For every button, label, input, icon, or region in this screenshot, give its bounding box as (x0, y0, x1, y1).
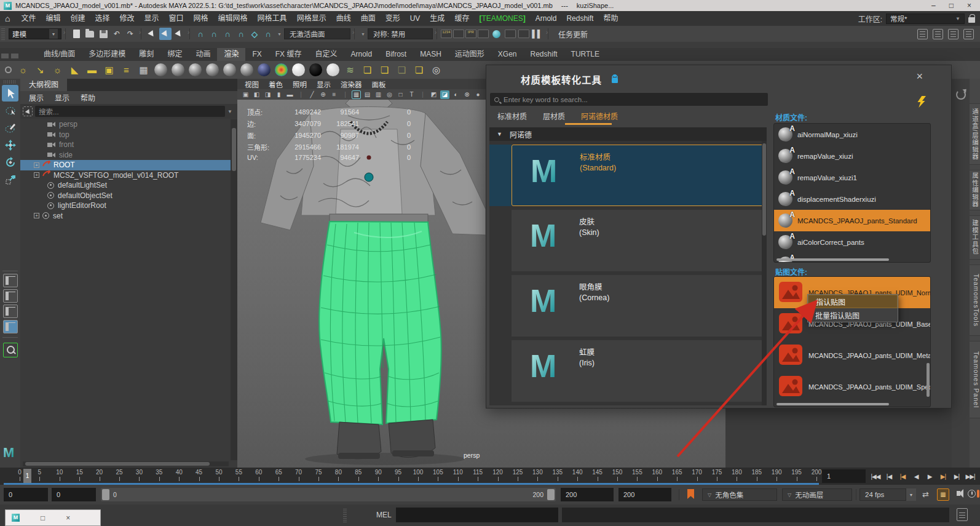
snap-to-point-button[interactable]: ∩ (221, 28, 234, 40)
menu-item-编辑网格[interactable]: 编辑网格 (213, 11, 253, 26)
texture-file-MCANDCS_JPAAOJ_pants_UDIM_Metalness[interactable]: MCANDCS_JPAAOJ_pants_UDIM_Metalness (774, 340, 930, 371)
template-item-Skin[interactable]: M皮肤(Skin) (489, 210, 767, 271)
outliner-item-MCSZ_VSFTGO_model_v014_ROOT[interactable]: +MCSZ_VSFTGO_model_v014_ROOT (20, 170, 231, 181)
layer-mute-icon[interactable]: ❏ (395, 63, 409, 77)
menu-item-网格工具[interactable]: 网格工具 (253, 11, 292, 26)
pause-viewport-button[interactable]: ▌▌ (531, 28, 543, 40)
wireframe-cube-icon[interactable]: ◩ (429, 90, 438, 99)
play-forwards-button[interactable]: ▶ (923, 469, 936, 483)
hypershade-button[interactable] (491, 28, 503, 40)
dialog-tab-层材质[interactable]: 层材质 (543, 111, 565, 121)
menu-item-曲线[interactable]: 曲线 (331, 11, 356, 26)
shelf-tab-FX 缓存[interactable]: FX 缓存 (269, 48, 309, 61)
select-hierarchy-button[interactable] (146, 28, 158, 40)
shelf-tab-Bifrost[interactable]: Bifrost (379, 48, 413, 61)
material-file-aiNormalMap_xiuzi[interactable]: AaiNormalMap_xiuzi (774, 124, 930, 145)
camera-attributes-icon[interactable]: ◨ (263, 90, 272, 99)
field-chart-icon[interactable]: □ (396, 90, 405, 99)
range-start-handle[interactable] (102, 489, 109, 500)
symmetry-field[interactable]: 对称: 禁用 (368, 28, 433, 39)
blinn-icon[interactable] (171, 63, 185, 77)
outliner-tab[interactable]: 大纲视图 (20, 79, 67, 91)
outliner-menu-显示[interactable]: 显示 (55, 92, 69, 103)
chevron-down-icon[interactable]: ▼ (906, 488, 916, 501)
dialog-tab-阿诺德材质[interactable]: 阿诺德材质 (581, 111, 618, 121)
surface-shader-icon[interactable] (291, 63, 306, 77)
render-target-icon[interactable]: ◎ (429, 63, 443, 77)
light-group-icon[interactable]: ≡ (119, 63, 133, 77)
shelf-tab-曲线/曲面[interactable]: 曲线/曲面 (37, 48, 82, 61)
shelf-options-icon[interactable] (11, 54, 18, 58)
fps-dropdown[interactable]: 24 fps (859, 488, 906, 501)
menu-item-网格[interactable]: 网格 (189, 11, 213, 26)
scale-tool[interactable] (2, 171, 18, 188)
template-item-Cornea[interactable]: M眼角膜(Cornea) (489, 275, 767, 337)
menu-item-窗口[interactable]: 窗口 (164, 11, 189, 26)
viewport-menu-显示[interactable]: 显示 (317, 79, 331, 89)
menu-item-UV[interactable]: UV (405, 11, 425, 26)
volume-light-icon[interactable]: ▣ (102, 63, 116, 77)
image-plane-icon[interactable]: ▬ (285, 90, 294, 99)
play-backwards-button[interactable]: ◀ (910, 469, 922, 483)
close-icon[interactable]: × (66, 514, 70, 522)
template-item-Iris[interactable]: M虹膜(Iris) (489, 340, 767, 402)
make-live-button[interactable]: ∩ (262, 28, 274, 40)
material-file-remapValue_xiuzi[interactable]: AremapValue_xiuzi (774, 145, 930, 167)
shelf-menu-icon[interactable] (1, 54, 9, 58)
expand-icon[interactable]: + (34, 162, 39, 168)
task-update-button[interactable]: 任务更新 (558, 29, 588, 39)
character-set-dropdown[interactable]: ▽ 无角色集 (702, 488, 777, 501)
go-to-end-button[interactable]: ▶▶| (964, 469, 976, 483)
menu-item-缓存[interactable]: 缓存 (449, 11, 474, 26)
sound-icon[interactable] (957, 491, 960, 496)
open-scene-button[interactable] (84, 28, 96, 40)
lights-icon[interactable]: ⊗ (462, 90, 472, 99)
render-layer-icon[interactable]: ❏ (360, 63, 374, 77)
spot-light-icon[interactable]: ◣ (68, 63, 82, 77)
shelf-tab-雕刻[interactable]: 雕刻 (132, 48, 160, 61)
layout-single-pane-button[interactable] (3, 274, 18, 287)
go-to-start-button[interactable]: |◀◀ (869, 469, 882, 483)
bookmark-icon[interactable] (687, 489, 694, 499)
outliner-menu-帮助[interactable]: 帮助 (81, 92, 95, 103)
range-end-handle[interactable] (547, 489, 555, 500)
grid-toggle-icon[interactable]: ▦ (352, 90, 361, 99)
sidebar-tab-建模工具包[interactable]: 建模工具包 (970, 215, 980, 260)
shelf-tab-自定义[interactable]: 自定义 (308, 48, 344, 61)
menu-item-编辑[interactable]: 编辑 (41, 11, 65, 26)
anim-layer-dropdown[interactable]: ▽ 无动画层 (782, 488, 852, 501)
minimized-window-titlebar[interactable]: M □ × (5, 509, 101, 526)
shelf-tab-多边形建模[interactable]: 多边形建模 (82, 48, 132, 61)
close-icon[interactable]: × (916, 70, 923, 83)
template-card[interactable]: M虹膜(Iris) (512, 340, 767, 402)
animation-start-field[interactable]: 0 (4, 488, 48, 501)
snap-to-view-plane-button[interactable]: ◇ (248, 28, 261, 40)
animation-prefs-icon[interactable] (968, 490, 976, 498)
step-back-frame-button[interactable]: |◀ (883, 469, 895, 483)
current-frame-field[interactable]: 1 (822, 469, 866, 483)
area-light-icon[interactable]: ▬ (85, 63, 99, 77)
expand-icon[interactable]: + (34, 213, 39, 218)
resolution-gate-icon[interactable]: ▥ (374, 90, 383, 99)
menu-item-修改[interactable]: 修改 (115, 11, 140, 26)
menu-item-Arnold[interactable]: Arnold (531, 11, 562, 26)
menu-item-变形[interactable]: 变形 (381, 11, 405, 26)
workspace-dropdown[interactable]: 常规* ▼ (886, 14, 965, 24)
pose-editor-icon[interactable] (933, 29, 943, 39)
auto-key-icon[interactable]: ▦ (937, 488, 949, 501)
undo-button[interactable]: ↶ (111, 28, 123, 40)
dialog-tab-标准材质[interactable]: 标准材质 (497, 111, 527, 121)
template-card[interactable]: M皮肤(Skin) (512, 210, 767, 271)
character-controls-icon[interactable] (917, 29, 928, 39)
menu-item-曲面[interactable]: 曲面 (356, 11, 381, 26)
lock-icon[interactable] (968, 17, 975, 23)
select-component-button[interactable] (173, 28, 185, 40)
shelf-tab-Redshift[interactable]: Redshift (524, 48, 564, 61)
outliner-item-set[interactable]: +set (20, 211, 231, 221)
point-light-icon[interactable]: ☼ (16, 63, 30, 77)
ipr-render-icon[interactable]: IPR (465, 30, 476, 38)
new-scene-button[interactable] (70, 28, 82, 40)
render-setup-button[interactable] (504, 28, 516, 40)
chevron-down-icon[interactable]: ▼ (227, 109, 235, 114)
context-menu-item-批量指认贴图[interactable]: 批量指认贴图 (808, 308, 898, 322)
